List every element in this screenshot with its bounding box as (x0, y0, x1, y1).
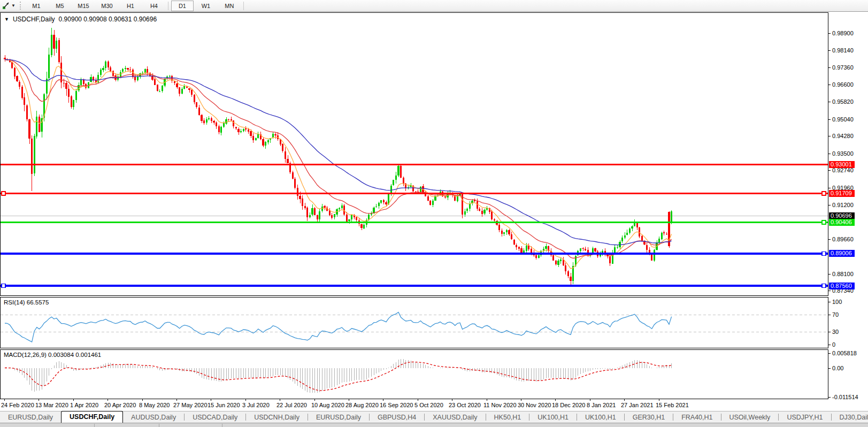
rsi-tick-dash (828, 315, 831, 315)
timeframe-button-d1[interactable]: D1 (171, 1, 194, 11)
date-label: 3 Jul 2020 (242, 402, 270, 408)
hline-price-tag: 0.87560 (829, 283, 855, 289)
price-tick-dash (828, 291, 831, 291)
collapse-triangle-icon[interactable]: ▼ (4, 17, 9, 22)
date-tick-dash (107, 399, 108, 401)
date-tick-dash (383, 399, 383, 401)
tab-usdcnh-daily[interactable]: USDCNH,Daily (246, 412, 308, 423)
price-tick-label: 0.96600 (832, 81, 854, 88)
tab-usdcad-daily[interactable]: USDCAD,Daily (185, 412, 245, 423)
hline-0-91709[interactable] (1, 192, 828, 195)
date-tick-dash (452, 399, 452, 401)
dropdown-caret-icon[interactable]: ▼ (11, 3, 16, 8)
date-label: 11 Nov 2020 (483, 402, 517, 408)
price-tick-label: 0.93500 (832, 150, 854, 157)
hline-0-89006[interactable] (1, 252, 828, 256)
date-tick-dash (4, 399, 5, 401)
rsi-tick-label: 70 (832, 311, 839, 318)
date-label: 1 Apr 2020 (70, 402, 98, 408)
hline-price-tag: 0.91709 (829, 190, 855, 197)
price-tick-dash (828, 119, 831, 120)
rsi-chart[interactable] (1, 298, 828, 348)
date-tick-dash (314, 399, 315, 401)
price-tick-dash (828, 274, 831, 274)
candles (4, 28, 672, 286)
date-tick-dash (487, 399, 487, 401)
tab-usdjpy-h1[interactable]: USDJPY,H1 (779, 412, 831, 423)
date-label: 13 Mar 2020 (35, 402, 68, 408)
price-chart-panel[interactable]: ▼ USDCHF,Daily 0.90900 0.90908 0.90631 0… (0, 12, 828, 296)
macd-tick-dash (828, 397, 831, 398)
date-label: 27 May 2020 (173, 402, 208, 408)
timeframe-button-m1[interactable]: M1 (25, 1, 48, 11)
tab-dj30-daily[interactable]: DJ30,Daily (832, 412, 868, 423)
hline-price-tag: 0.89006 (829, 250, 855, 257)
chart-title: ▼ USDCHF,Daily 0.90900 0.90908 0.90631 0… (4, 16, 157, 23)
price-tick-label: 0.98900 (832, 30, 854, 37)
date-tick-dash (211, 399, 211, 401)
date-tick-dash (349, 399, 349, 401)
date-label: 24 Feb 2020 (1, 402, 34, 408)
date-tick-dash (142, 399, 143, 401)
price-tick-dash (828, 67, 831, 68)
date-label: 16 Sep 2020 (380, 402, 413, 408)
price-tick-dash (828, 154, 831, 154)
hline-0-90406[interactable] (1, 220, 828, 224)
crosshair-tool-icon[interactable] (2, 2, 11, 10)
rsi-label: RSI(14) 66.5575 (4, 299, 49, 306)
macd-panel[interactable]: MACD(12,26,9) 0.003084 0.001461 (0, 349, 828, 399)
candlestick-chart[interactable] (1, 13, 828, 295)
timeframe-button-m30[interactable]: M30 (96, 1, 118, 11)
status-bar (0, 423, 868, 427)
tab-usoil-weekly[interactable]: USOil,Weekly (721, 412, 779, 423)
tab-eurusd-daily[interactable]: EURUSD,Daily (0, 412, 61, 423)
tab-xauusd-daily[interactable]: XAUUSD,Daily (425, 412, 485, 423)
macd-tick-dash (828, 368, 831, 369)
tab-hk50-h1[interactable]: HK50,H1 (486, 412, 529, 423)
date-tick-dash (521, 399, 521, 401)
hline-price-tag: 0.93001 (829, 161, 855, 168)
timeframe-button-m5[interactable]: M5 (49, 1, 71, 11)
price-tick-label: 0.89660 (832, 236, 854, 243)
tab-uk100-h1[interactable]: UK100,H1 (529, 412, 577, 423)
hline-price-tag: 0.90406 (829, 219, 855, 226)
date-label: 27 Jan 2021 (621, 402, 654, 408)
date-tick-dash (280, 399, 280, 401)
tab-ger30-h1[interactable]: GER30,H1 (625, 412, 673, 423)
ma-medium-line (5, 59, 672, 258)
toolbar-grip[interactable] (20, 2, 21, 10)
timeframe-button-w1[interactable]: W1 (195, 1, 217, 11)
date-tick-dash (245, 399, 246, 401)
timeframe-button-m15[interactable]: M15 (72, 1, 95, 11)
date-label: 30 Nov 2020 (518, 402, 551, 408)
price-tick-label: 0.97360 (832, 64, 854, 71)
timeframe-toolbar: ▼ M1M5M15M30H1H4D1W1MN (0, 0, 868, 12)
price-axis[interactable]: 0.989000.981400.973600.966000.958200.950… (828, 12, 868, 411)
rsi-tick-dash (828, 302, 831, 302)
tab-eurusd-daily[interactable]: EURUSD,Daily (308, 412, 369, 423)
macd-chart[interactable] (1, 350, 828, 399)
tab-usdchf-daily[interactable]: USDCHF,Daily (61, 411, 123, 423)
toolbar-separator (243, 2, 244, 10)
tab-audusd-daily[interactable]: AUDUSD,Daily (123, 412, 184, 423)
date-label: 5 Oct 2020 (414, 402, 443, 408)
price-tick-label: 0.95040 (832, 116, 854, 123)
date-axis[interactable]: 24 Feb 202013 Mar 20201 Apr 202020 Apr 2… (0, 399, 828, 411)
date-label: 10 Aug 2020 (311, 402, 344, 408)
tab-fra40-h1[interactable]: FRA40,H1 (673, 412, 720, 423)
price-tick-label: 0.98140 (832, 47, 854, 54)
tab-gbpusd-h4[interactable]: GBPUSD,H4 (370, 412, 424, 423)
tab-uk100-h1[interactable]: UK100,H1 (577, 412, 624, 423)
rsi-tick-dash (828, 345, 831, 345)
timeframe-button-h1[interactable]: H1 (119, 1, 142, 11)
price-tick-dash (828, 188, 831, 188)
date-tick-dash (590, 399, 590, 401)
macd-label: MACD(12,26,9) 0.003084 0.001461 (4, 352, 101, 358)
timeframe-button-mn[interactable]: MN (218, 1, 241, 11)
price-tick-label: 0.88100 (832, 271, 854, 278)
rsi-panel[interactable]: RSI(14) 66.5575 (0, 297, 828, 348)
timeframe-button-h4[interactable]: H4 (143, 1, 165, 11)
hline-0-87560[interactable] (1, 284, 828, 288)
chart-workspace[interactable]: ▼ USDCHF,Daily 0.90900 0.90908 0.90631 0… (0, 12, 868, 411)
macd-tick-label: 0.00 (832, 365, 843, 372)
